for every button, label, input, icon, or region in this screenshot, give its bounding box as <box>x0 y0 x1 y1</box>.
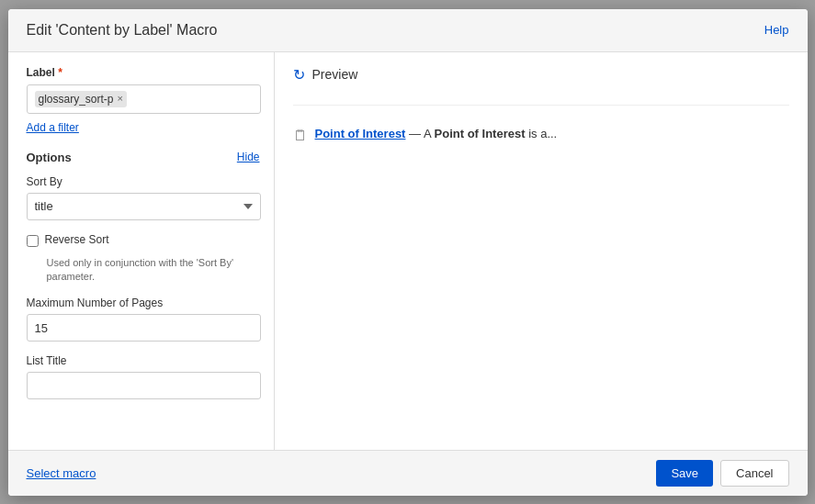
preview-bold-text: Point of Interest <box>435 127 526 140</box>
sort-by-select[interactable]: title creation modified label <box>27 193 261 220</box>
preview-separator: — <box>409 127 421 140</box>
preview-title: Preview <box>312 67 358 82</box>
modal-overlay: Edit 'Content by Label' Macro Help Label… <box>0 0 815 504</box>
cancel-button[interactable]: Cancel <box>720 460 788 487</box>
preview-item: 🗒 Point of Interest — A Point of Interes… <box>293 119 789 151</box>
options-header: Options Hide <box>27 151 260 164</box>
max-pages-label: Maximum Number of Pages <box>27 297 260 309</box>
refresh-icon[interactable]: ↻ <box>293 66 305 84</box>
modal-body: Label * glossary_sort-p × Add a filter O… <box>8 52 808 450</box>
preview-item-text: Point of Interest — A Point of Interest … <box>315 127 558 140</box>
footer-buttons: Save Cancel <box>656 460 788 487</box>
preview-item-link[interactable]: Point of Interest <box>315 127 406 140</box>
required-star: * <box>58 66 62 79</box>
reverse-sort-hint: Used only in conjunction with the 'Sort … <box>47 256 260 285</box>
modal-footer: Select macro Save Cancel <box>8 450 808 496</box>
reverse-sort-group: Reverse Sort Used only in conjunction wi… <box>27 233 260 285</box>
max-pages-group: Maximum Number of Pages <box>27 297 260 342</box>
preview-suffix: is a... <box>528 127 557 140</box>
reverse-sort-checkbox[interactable] <box>27 235 39 247</box>
preview-desc-a: A <box>424 127 431 140</box>
preview-divider <box>293 105 789 106</box>
document-icon: 🗒 <box>293 128 308 144</box>
save-button[interactable]: Save <box>656 460 713 487</box>
reverse-sort-label: Reverse Sort <box>45 233 109 246</box>
list-title-label: List Title <box>27 354 260 367</box>
preview-header: ↻ Preview <box>293 66 789 91</box>
modal: Edit 'Content by Label' Macro Help Label… <box>8 9 808 496</box>
list-title-input[interactable] <box>27 372 261 399</box>
add-filter-link[interactable]: Add a filter <box>27 121 79 134</box>
modal-header: Edit 'Content by Label' Macro Help <box>8 9 808 52</box>
tag-input[interactable]: glossary_sort-p × <box>27 84 261 114</box>
tag-value: glossary_sort-p <box>39 93 114 106</box>
help-link[interactable]: Help <box>764 23 789 37</box>
tag-item: glossary_sort-p × <box>35 91 127 107</box>
left-panel: Label * glossary_sort-p × Add a filter O… <box>8 52 275 450</box>
label-section: Label * glossary_sort-p × Add a filter <box>27 66 260 134</box>
select-macro-link[interactable]: Select macro <box>27 466 96 480</box>
hide-options-link[interactable]: Hide <box>237 151 260 163</box>
list-title-group: List Title <box>27 354 260 399</box>
sort-by-group: Sort By title creation modified label <box>27 175 260 220</box>
right-panel: ↻ Preview 🗒 Point of Interest — A Point … <box>275 52 808 450</box>
tag-remove-button[interactable]: × <box>118 94 123 104</box>
label-field-label: Label * <box>27 66 260 79</box>
modal-title: Edit 'Content by Label' Macro <box>27 22 218 39</box>
options-title: Options <box>27 151 72 164</box>
sort-by-label: Sort By <box>27 175 260 188</box>
reverse-sort-checkbox-group: Reverse Sort <box>27 233 260 251</box>
max-pages-input[interactable] <box>27 314 261 342</box>
